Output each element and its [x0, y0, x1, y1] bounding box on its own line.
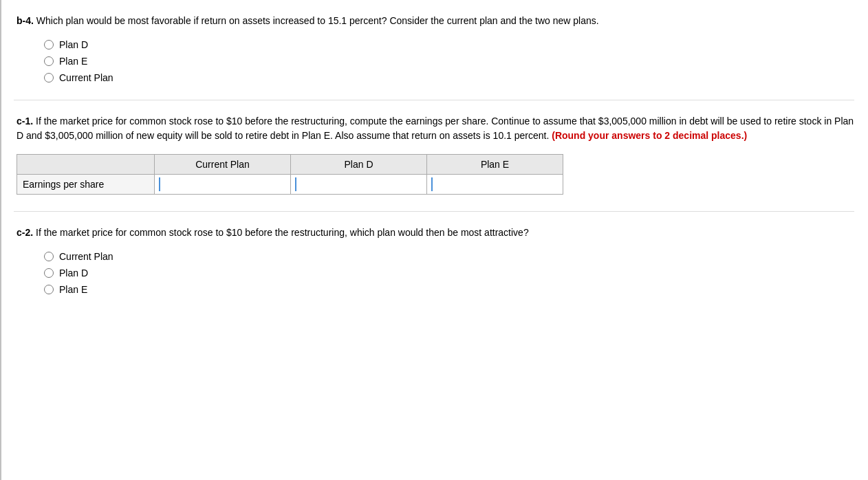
cell-plan-d-eps[interactable]: [291, 175, 427, 195]
b4-question-text: b-4. Which plan would be most favorable …: [17, 14, 854, 28]
c2-question-text: c-2. If the market price for common stoc…: [17, 226, 854, 240]
c2-radio-plan-d[interactable]: [44, 268, 54, 278]
divider-1: [14, 100, 854, 100]
row-label-eps: Earnings per share: [17, 175, 155, 195]
c1-question-text: c-1. If the market price for common stoc…: [17, 114, 854, 143]
cell-plan-e-eps[interactable]: [427, 175, 563, 195]
b4-label-plan-e: Plan E: [59, 56, 87, 67]
b4-radio-group: Plan D Plan E Current Plan: [44, 39, 854, 83]
b4-label-current: Current Plan: [59, 72, 113, 83]
c2-radio-group: Current Plan Plan D Plan E: [44, 251, 854, 295]
c2-radio-current[interactable]: [44, 252, 54, 261]
b4-radio-plan-d[interactable]: [44, 40, 54, 50]
divider-2: [14, 211, 854, 212]
input-plan-d-eps[interactable]: [295, 177, 410, 191]
section-c2: c-2. If the market price for common stoc…: [14, 226, 854, 295]
c2-option-plan-e[interactable]: Plan E: [44, 284, 854, 295]
c2-option-plan-d[interactable]: Plan D: [44, 268, 854, 279]
b4-option-current[interactable]: Current Plan: [44, 72, 854, 83]
c2-label-current: Current Plan: [59, 251, 113, 262]
b4-label-plan-d: Plan D: [59, 39, 88, 50]
c1-table: Current Plan Plan D Plan E Earnings per …: [17, 154, 563, 195]
b4-option-plan-d[interactable]: Plan D: [44, 39, 854, 50]
c1-question-highlight: (Round your answers to 2 decimal places.…: [552, 130, 747, 141]
c2-label-plan-e: Plan E: [59, 284, 87, 295]
c1-label: c-1.: [17, 116, 33, 127]
col-header-empty: [17, 155, 155, 175]
cell-current-plan-eps[interactable]: [155, 175, 291, 195]
table-row: Earnings per share: [17, 175, 563, 195]
b4-option-plan-e[interactable]: Plan E: [44, 56, 854, 67]
c2-radio-plan-e[interactable]: [44, 285, 54, 294]
b4-question: Which plan would be most favorable if re…: [36, 15, 599, 26]
b4-radio-current[interactable]: [44, 73, 54, 83]
table-header-row: Current Plan Plan D Plan E: [17, 155, 563, 175]
col-header-current-plan: Current Plan: [155, 155, 291, 175]
b4-label: b-4.: [17, 15, 34, 26]
section-c1: c-1. If the market price for common stoc…: [14, 114, 854, 195]
col-header-plan-d: Plan D: [291, 155, 427, 175]
section-b4: b-4. Which plan would be most favorable …: [14, 14, 854, 83]
b4-radio-plan-e[interactable]: [44, 56, 54, 66]
col-header-plan-e: Plan E: [427, 155, 563, 175]
c2-option-current[interactable]: Current Plan: [44, 251, 854, 262]
c2-label: c-2.: [17, 227, 33, 238]
c2-label-plan-d: Plan D: [59, 268, 88, 279]
c2-question: If the market price for common stock ros…: [36, 227, 529, 238]
c1-table-container: Current Plan Plan D Plan E Earnings per …: [17, 154, 854, 195]
input-plan-e-eps[interactable]: [431, 177, 546, 191]
page-container: b-4. Which plan would be most favorable …: [0, 0, 868, 480]
input-current-plan-eps[interactable]: [159, 177, 274, 191]
